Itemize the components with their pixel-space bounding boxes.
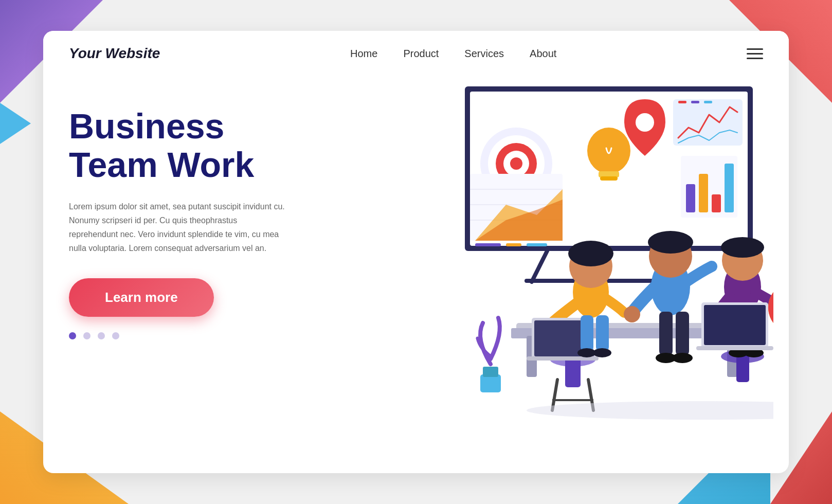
nav-product[interactable]: Product (403, 48, 439, 60)
dot-1[interactable] (69, 332, 76, 339)
hero-title-line2: Team Work (69, 145, 254, 184)
svg-point-9 (510, 157, 522, 170)
svg-rect-24 (678, 101, 686, 103)
svg-rect-23 (673, 99, 743, 146)
navbar: Your Website Home Product Services About (43, 31, 789, 76)
hero-title: Business Team Work (69, 107, 326, 184)
svg-point-86 (527, 401, 773, 420)
hamburger-line-1 (747, 48, 763, 50)
dot-2[interactable] (83, 332, 91, 339)
hero-left: Business Team Work Lorem ipsum dolor sit… (69, 86, 326, 339)
svg-rect-83 (483, 367, 498, 377)
hero-description: Lorem ipsum dolor sit amet, sea putant s… (69, 200, 285, 256)
svg-rect-69 (704, 305, 766, 345)
nav-links: Home Product Services About (350, 48, 556, 60)
team-illustration (352, 71, 773, 421)
svg-point-63 (721, 237, 764, 258)
svg-point-80 (624, 306, 640, 322)
svg-rect-21 (600, 176, 618, 181)
svg-rect-25 (691, 101, 699, 103)
hamburger-line-2 (747, 53, 763, 55)
hero-illustration (326, 86, 763, 472)
svg-line-2 (532, 251, 547, 282)
svg-rect-17 (506, 243, 521, 246)
svg-rect-29 (699, 174, 708, 212)
svg-point-51 (593, 348, 611, 357)
pagination-dots (69, 332, 326, 339)
svg-rect-48 (581, 315, 593, 351)
svg-rect-18 (527, 243, 547, 246)
dot-3[interactable] (98, 332, 105, 339)
svg-point-22 (636, 113, 654, 132)
svg-rect-30 (712, 194, 721, 212)
svg-rect-28 (686, 184, 695, 212)
svg-rect-70 (696, 346, 773, 350)
dot-4[interactable] (112, 332, 119, 339)
hero-section: Business Team Work Lorem ipsum dolor sit… (43, 76, 789, 472)
nav-services[interactable]: Services (464, 48, 504, 60)
main-card: Your Website Home Product Services About… (43, 31, 789, 473)
svg-rect-16 (475, 243, 501, 246)
learn-more-button[interactable]: Learn more (69, 278, 214, 317)
bg-corner-top-left-blue (0, 103, 31, 144)
svg-point-19 (587, 128, 630, 174)
svg-point-54 (648, 231, 693, 254)
nav-home[interactable]: Home (350, 48, 377, 60)
svg-rect-37 (565, 356, 581, 387)
svg-rect-56 (676, 312, 689, 355)
svg-point-47 (568, 241, 613, 266)
svg-rect-26 (704, 101, 712, 103)
svg-rect-55 (659, 312, 673, 355)
site-logo[interactable]: Your Website (69, 45, 160, 62)
svg-rect-60 (736, 354, 749, 382)
svg-point-58 (672, 353, 693, 363)
hamburger-menu[interactable] (747, 48, 763, 59)
svg-rect-49 (596, 315, 609, 351)
hero-title-line1: Business (69, 106, 224, 146)
svg-rect-31 (725, 164, 734, 212)
svg-rect-82 (480, 374, 501, 392)
hamburger-line-3 (747, 58, 763, 59)
nav-about[interactable]: About (530, 48, 556, 60)
